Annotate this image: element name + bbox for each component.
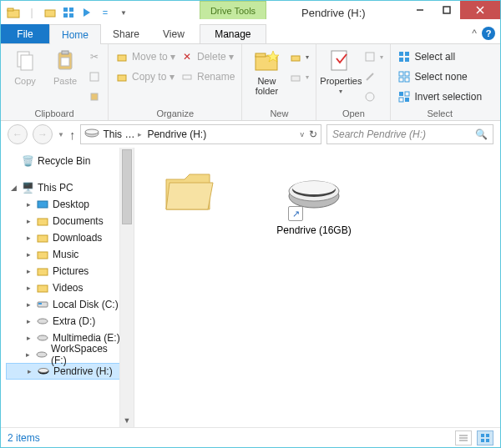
tree-workspaces-f[interactable]: ▸WorkSpaces (F:) xyxy=(6,346,120,363)
refresh-icon[interactable]: ↻ xyxy=(309,128,317,140)
back-button[interactable]: ← xyxy=(8,124,28,144)
rename-button[interactable]: Rename xyxy=(180,68,235,86)
svg-rect-32 xyxy=(405,52,409,56)
group-organize-label: Organize xyxy=(115,107,235,118)
computer-icon: 🖥️ xyxy=(21,181,34,194)
breadcrumb-seg2[interactable]: Pendrive (H:) xyxy=(147,128,206,140)
properties-button[interactable]: Properties ▾ xyxy=(323,48,358,95)
qat-dropdown-icon[interactable]: = xyxy=(98,5,113,20)
scroll-thumb[interactable] xyxy=(122,149,132,224)
copy-path-icon xyxy=(88,70,101,83)
breadcrumb-seg1[interactable]: This …▸ xyxy=(103,128,144,140)
address-bar[interactable]: This …▸ Pendrive (H:) v ↻ xyxy=(80,124,321,144)
tab-manage[interactable]: Manage xyxy=(200,24,266,43)
cut-button[interactable]: ✂ xyxy=(88,48,101,66)
qat-view-icon[interactable] xyxy=(61,5,76,20)
scroll-down-icon[interactable]: ▼ xyxy=(120,413,134,427)
svg-line-29 xyxy=(367,73,373,80)
desktop-icon xyxy=(36,198,49,211)
tree-recycle-bin[interactable]: 🗑️Recycle Bin xyxy=(6,153,120,169)
drive-large-icon: ↗ xyxy=(285,163,343,221)
tree-documents[interactable]: ▸Documents xyxy=(6,213,120,229)
maximize-button[interactable] xyxy=(433,1,460,19)
tree-this-pc-label: This PC xyxy=(38,182,73,194)
qat-more-icon[interactable]: ▼ xyxy=(116,5,131,20)
file-item-shortcut[interactable]: ↗ Pendrive (16GB) xyxy=(268,163,360,236)
search-icon: 🔍 xyxy=(475,128,488,140)
recent-locations-icon[interactable]: ▼ xyxy=(58,131,64,138)
svg-rect-46 xyxy=(38,219,48,225)
tree-videos-label: Videos xyxy=(53,282,83,294)
paste-button[interactable]: Paste xyxy=(48,48,83,86)
edit-icon xyxy=(363,70,377,83)
collapse-ribbon-icon[interactable]: ^ xyxy=(472,28,477,39)
open-button[interactable]: ▾ xyxy=(363,48,383,66)
svg-rect-1 xyxy=(8,8,13,11)
copy-button[interactable]: Copy xyxy=(8,48,43,86)
tree-music[interactable]: ▸Music xyxy=(6,246,120,263)
tree-multimedia-e-label: Multimedia (E:) xyxy=(53,332,120,344)
new-folder-icon xyxy=(253,48,280,74)
select-none-button[interactable]: Select none xyxy=(397,68,482,86)
shortcut-overlay-icon: ↗ xyxy=(288,206,303,221)
help-icon[interactable]: ? xyxy=(482,27,495,40)
svg-rect-39 xyxy=(399,92,403,96)
tab-view[interactable]: View xyxy=(151,24,196,43)
svg-point-44 xyxy=(85,129,99,134)
svg-rect-41 xyxy=(399,98,403,102)
history-button[interactable] xyxy=(363,88,383,106)
folder-icon xyxy=(36,264,49,278)
view-large-icons-button[interactable] xyxy=(477,430,493,445)
new-folder-button[interactable]: New folder xyxy=(249,48,284,96)
view-details-button[interactable] xyxy=(455,430,472,445)
select-all-icon xyxy=(397,50,411,63)
close-button[interactable] xyxy=(460,1,500,19)
copy-to-button[interactable]: Copy to ▾ xyxy=(115,68,175,86)
qat-open-icon[interactable] xyxy=(43,5,58,20)
minimize-button[interactable] xyxy=(407,1,433,19)
forward-button[interactable]: → xyxy=(33,124,53,144)
new-item-button[interactable]: ▾ xyxy=(289,48,309,66)
select-all-button[interactable]: Select all xyxy=(397,48,482,66)
tree-desktop[interactable]: ▸Desktop xyxy=(6,196,120,213)
content-pane[interactable]: ↗ Pendrive (16GB) xyxy=(134,148,500,427)
drive-icon xyxy=(35,348,48,361)
edit-button[interactable] xyxy=(363,68,383,86)
move-to-icon xyxy=(115,50,129,63)
tab-share[interactable]: Share xyxy=(101,24,151,43)
tree-music-label: Music xyxy=(53,249,78,260)
navigation-pane: 🗑️Recycle Bin ◢🖥️This PC ▸Desktop ▸Docum… xyxy=(1,148,134,427)
easy-access-button[interactable]: ▾ xyxy=(289,68,309,86)
delete-button[interactable]: ✕Delete ▾ xyxy=(180,48,235,66)
svg-marker-7 xyxy=(84,8,90,17)
address-dropdown-icon[interactable]: v xyxy=(301,130,305,138)
up-button[interactable]: ↑ xyxy=(69,128,76,142)
svg-rect-20 xyxy=(118,75,126,81)
move-to-button[interactable]: Move to ▾ xyxy=(115,48,175,66)
nav-scrollbar[interactable]: ▲ ▼ xyxy=(119,148,134,427)
expand-icon[interactable]: ◢ xyxy=(9,184,18,192)
svg-rect-66 xyxy=(486,434,489,437)
invert-selection-button[interactable]: Invert selection xyxy=(397,88,482,106)
tree-local-disk-c[interactable]: ▸Local Disk (C:) xyxy=(6,296,120,313)
tree-videos[interactable]: ▸Videos xyxy=(6,279,120,296)
search-input[interactable]: Search Pendrive (H:) 🔍 xyxy=(326,124,493,144)
status-item-count: 2 items xyxy=(8,432,40,444)
copy-path-button[interactable] xyxy=(88,68,101,86)
tree-pictures[interactable]: ▸Pictures xyxy=(6,263,120,279)
svg-rect-50 xyxy=(38,285,48,292)
paste-shortcut-button[interactable] xyxy=(88,88,101,106)
tree-extra-d[interactable]: ▸Extra (D:) xyxy=(6,313,120,330)
tree-pendrive-h[interactable]: ▸Pendrive (H:) xyxy=(6,363,120,380)
select-none-label: Select none xyxy=(414,71,467,83)
tab-home[interactable]: Home xyxy=(49,24,101,44)
svg-rect-48 xyxy=(38,252,48,259)
qat-play-icon[interactable] xyxy=(79,5,94,20)
svg-rect-31 xyxy=(399,52,403,56)
paste-shortcut-icon xyxy=(88,90,101,103)
svg-point-53 xyxy=(38,319,48,324)
tree-this-pc[interactable]: ◢🖥️This PC xyxy=(6,179,120,196)
tree-downloads[interactable]: ▸Downloads xyxy=(6,229,120,246)
tab-file[interactable]: File xyxy=(1,24,49,43)
file-item-folder[interactable] xyxy=(143,163,235,224)
